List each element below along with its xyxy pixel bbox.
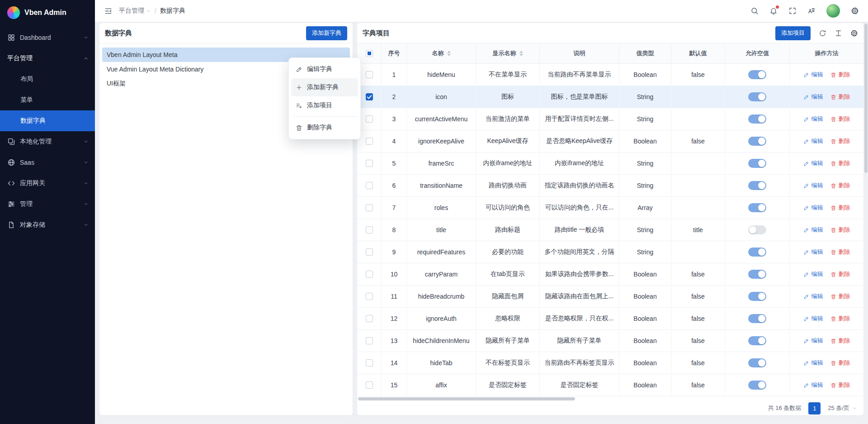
- allow-empty-toggle[interactable]: [748, 381, 766, 390]
- row-checkbox[interactable]: [366, 138, 373, 145]
- delete-button[interactable]: 删除: [830, 181, 850, 190]
- breadcrumb-item[interactable]: 平台管理: [119, 7, 151, 15]
- translate-icon[interactable]: [807, 7, 816, 15]
- edit-button[interactable]: 编辑: [803, 337, 823, 345]
- edit-button[interactable]: 编辑: [803, 226, 823, 234]
- delete-button[interactable]: 删除: [830, 359, 850, 367]
- menu-fold-icon[interactable]: [104, 7, 113, 15]
- delete-button[interactable]: 删除: [830, 292, 850, 300]
- delete-button[interactable]: 删除: [830, 270, 850, 278]
- allow-empty-toggle[interactable]: [748, 270, 766, 279]
- edit-button[interactable]: 编辑: [803, 93, 823, 101]
- delete-button[interactable]: 删除: [830, 137, 850, 145]
- row-checkbox[interactable]: [366, 204, 373, 211]
- column-name[interactable]: 名称: [407, 43, 476, 63]
- column-height-icon[interactable]: [835, 29, 842, 37]
- add-item-button[interactable]: 添加项目: [775, 26, 811, 40]
- row-checkbox[interactable]: [366, 248, 373, 256]
- row-checkbox[interactable]: [366, 315, 373, 322]
- delete-button[interactable]: 删除: [830, 248, 850, 256]
- select-all-checkbox[interactable]: [366, 50, 373, 57]
- cell-description: 当前路由不再标签页显示: [540, 352, 619, 374]
- sidebar-item-dashboard[interactable]: Dashboard: [0, 27, 95, 48]
- horizontal-scrollbar-thumb[interactable]: [358, 397, 575, 400]
- add-dictionary-button[interactable]: 添加新字典: [306, 26, 347, 40]
- edit-button[interactable]: 编辑: [803, 159, 823, 167]
- allow-empty-toggle[interactable]: [748, 203, 766, 212]
- row-checkbox[interactable]: [366, 71, 373, 78]
- edit-button[interactable]: 编辑: [803, 181, 823, 190]
- sidebar-item-gateway[interactable]: 应用网关: [0, 173, 95, 194]
- allow-empty-toggle[interactable]: [748, 114, 766, 124]
- edit-button[interactable]: 编辑: [803, 381, 823, 389]
- delete-button[interactable]: 删除: [830, 93, 850, 101]
- sidebar-item-object-storage[interactable]: 对象存储: [0, 214, 95, 235]
- allow-empty-toggle[interactable]: [748, 70, 766, 79]
- edit-button[interactable]: 编辑: [803, 204, 823, 212]
- sidebar-item-localization[interactable]: 本地化管理: [0, 131, 95, 152]
- allow-empty-toggle[interactable]: [748, 358, 766, 367]
- vertical-scrollbar-thumb[interactable]: [864, 24, 868, 173]
- edit-button[interactable]: 编辑: [803, 71, 823, 79]
- sort-icons[interactable]: [519, 51, 523, 56]
- context-menu-item[interactable]: 添加新字典: [291, 78, 358, 96]
- delete-button[interactable]: 删除: [830, 314, 850, 323]
- delete-button[interactable]: 删除: [830, 71, 850, 79]
- sidebar-subitem-data-dictionary[interactable]: 数据字典: [0, 110, 95, 131]
- delete-button[interactable]: 删除: [830, 226, 850, 234]
- edit-button[interactable]: 编辑: [803, 248, 823, 256]
- row-checkbox[interactable]: [366, 93, 373, 100]
- edit-button[interactable]: 编辑: [803, 137, 823, 145]
- row-checkbox[interactable]: [366, 160, 373, 167]
- delete-button[interactable]: 删除: [830, 337, 850, 345]
- page-number-button[interactable]: 1: [808, 402, 821, 414]
- context-menu-item[interactable]: 删除字典: [291, 119, 358, 137]
- refresh-icon[interactable]: [819, 29, 826, 37]
- table-settings-gear-icon[interactable]: [850, 29, 858, 37]
- allow-empty-toggle[interactable]: [748, 248, 766, 257]
- row-checkbox[interactable]: [366, 115, 373, 123]
- row-checkbox[interactable]: [366, 337, 373, 344]
- delete-button[interactable]: 删除: [830, 159, 850, 167]
- sidebar-item-saas[interactable]: Saas: [0, 152, 95, 173]
- row-checkbox[interactable]: [366, 359, 373, 367]
- sidebar-subitem-layout[interactable]: 布局: [0, 69, 95, 90]
- settings-gear-icon[interactable]: [851, 7, 859, 15]
- context-menu-item[interactable]: 添加项目: [291, 96, 358, 114]
- allow-empty-toggle[interactable]: [748, 225, 766, 234]
- edit-button[interactable]: 编辑: [803, 270, 823, 278]
- delete-button[interactable]: 删除: [830, 381, 850, 389]
- sidebar-subitem-menu[interactable]: 菜单: [0, 90, 95, 110]
- allow-empty-toggle[interactable]: [748, 336, 766, 345]
- edit-button[interactable]: 编辑: [803, 359, 823, 367]
- allow-empty-toggle[interactable]: [748, 159, 766, 168]
- sidebar-item-platform[interactable]: 平台管理: [0, 48, 95, 69]
- context-menu-item[interactable]: 编辑字典: [291, 60, 358, 78]
- notification-bell-icon[interactable]: [769, 7, 778, 15]
- page-size-select[interactable]: 25 条/页: [828, 404, 857, 412]
- fullscreen-icon[interactable]: [788, 7, 797, 15]
- column-display-name[interactable]: 显示名称: [476, 43, 540, 63]
- row-checkbox[interactable]: [366, 271, 373, 278]
- table-row: 15 affix 是否固定标签 是否固定标签 Boolean false 编辑 …: [357, 374, 863, 396]
- delete-button[interactable]: 删除: [830, 204, 850, 212]
- row-checkbox[interactable]: [366, 293, 373, 300]
- sidebar-item-admin[interactable]: 管理: [0, 194, 95, 214]
- row-checkbox[interactable]: [366, 381, 373, 389]
- allow-empty-toggle[interactable]: [748, 314, 766, 323]
- edit-button[interactable]: 编辑: [803, 292, 823, 300]
- logo[interactable]: Vben Admin: [0, 0, 95, 25]
- allow-empty-toggle[interactable]: [748, 137, 766, 146]
- allow-empty-toggle[interactable]: [748, 181, 766, 190]
- search-icon[interactable]: [750, 7, 759, 15]
- delete-button[interactable]: 删除: [830, 115, 850, 123]
- sort-icons[interactable]: [447, 51, 451, 56]
- edit-button[interactable]: 编辑: [803, 115, 823, 123]
- cell-allow-empty: [725, 263, 790, 285]
- allow-empty-toggle[interactable]: [748, 292, 766, 301]
- edit-button[interactable]: 编辑: [803, 314, 823, 323]
- allow-empty-toggle[interactable]: [748, 92, 766, 101]
- row-checkbox[interactable]: [366, 182, 373, 189]
- user-avatar[interactable]: [826, 4, 840, 18]
- row-checkbox[interactable]: [366, 226, 373, 233]
